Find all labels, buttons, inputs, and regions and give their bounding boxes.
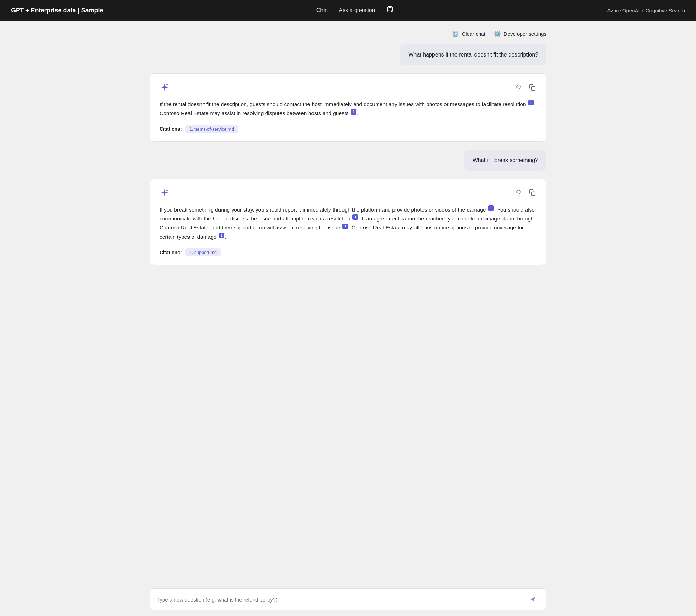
ai-message-2-citations: Citations: 1. support.md (160, 248, 536, 256)
clipboard-button-1[interactable] (528, 83, 536, 93)
sparkle-icon-2 (160, 187, 170, 200)
svg-rect-0 (532, 86, 535, 90)
chat-input[interactable] (157, 597, 526, 603)
clipboard-button-2[interactable] (528, 188, 536, 198)
user-message-1: What happens if the rental doesn't fit t… (400, 44, 546, 65)
ai-message-2-header (160, 187, 536, 200)
app-header: GPT + Enterprise data | Sample Chat Ask … (0, 0, 696, 21)
nav-chat[interactable]: Chat (316, 7, 328, 13)
citation-chip-2[interactable]: 1. support.md (185, 248, 221, 256)
toolbar: 🗑️ Clear chat ⚙️ Developer settings (150, 26, 546, 42)
citation-ref[interactable]: 1 (488, 205, 494, 211)
send-button[interactable] (526, 594, 539, 605)
citation-ref[interactable]: 1 (342, 224, 348, 229)
developer-settings-button[interactable]: ⚙️ Developer settings (494, 30, 546, 38)
main-container: 🗑️ Clear chat ⚙️ Developer settings What… (141, 21, 555, 616)
ai-message-1-body: If the rental doesn't fit the descriptio… (160, 100, 536, 118)
ai-message-2-actions (514, 188, 536, 198)
lightbulb-button-1[interactable] (514, 83, 523, 93)
clear-chat-button[interactable]: 🗑️ Clear chat (452, 30, 485, 38)
user-message-2-wrapper: What if I break something? (150, 150, 546, 171)
citation-chip-1[interactable]: 1. terms-of-service.md (185, 125, 238, 133)
sparkle-icon (160, 82, 170, 94)
svg-rect-1 (532, 192, 535, 196)
ai-message-2: If you break something during your stay,… (150, 179, 546, 265)
top-nav: Chat Ask a question (103, 5, 607, 16)
gear-icon: ⚙️ (494, 30, 501, 38)
github-icon[interactable] (386, 5, 394, 16)
ai-message-1-header (160, 82, 536, 94)
ai-message-1-actions (514, 83, 536, 93)
input-area (150, 588, 546, 610)
header-service-label: Azure OpenAI + Cognitive Search (607, 8, 685, 13)
user-message-1-wrapper: What happens if the rental doesn't fit t… (150, 44, 546, 65)
user-message-2: What if I break something? (464, 150, 546, 171)
lightbulb-button-2[interactable] (514, 188, 523, 198)
trash-icon: 🗑️ (452, 30, 459, 38)
ai-message-2-body: If you break something during your stay,… (160, 205, 536, 242)
ai-message-1: If the rental doesn't fit the descriptio… (150, 73, 546, 142)
app-title: GPT + Enterprise data | Sample (11, 7, 103, 14)
citation-ref[interactable]: 1 (528, 100, 534, 105)
ai-message-1-citations: Citations: 1. terms-of-service.md (160, 125, 536, 133)
citation-ref[interactable]: 1 (351, 109, 356, 115)
nav-ask[interactable]: Ask a question (339, 7, 375, 13)
chat-area: What happens if the rental doesn't fit t… (150, 44, 546, 583)
citation-ref[interactable]: 1 (352, 214, 358, 220)
citation-ref[interactable]: 1 (219, 233, 224, 238)
